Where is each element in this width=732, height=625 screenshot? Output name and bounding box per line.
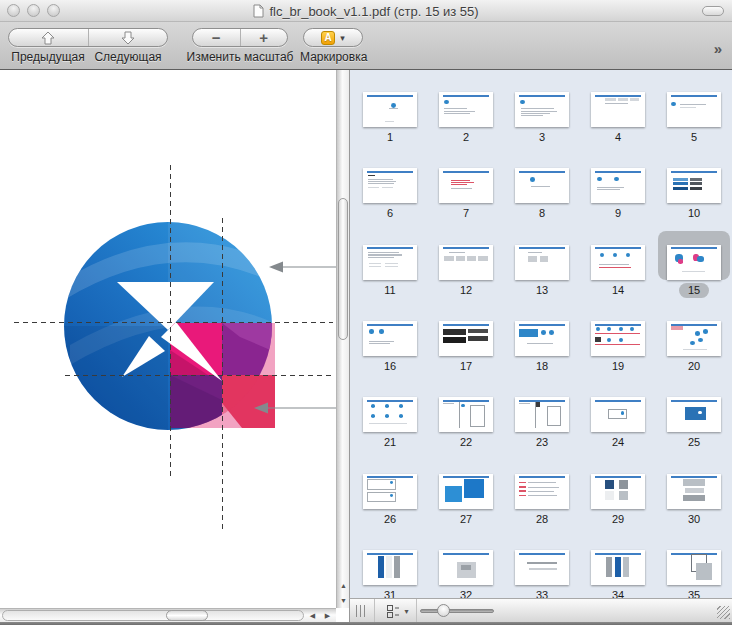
thumbnail-cell-page-19[interactable]: 19 bbox=[580, 307, 656, 383]
scroll-left-button[interactable]: ◀ bbox=[305, 609, 320, 623]
page-thumbnail[interactable] bbox=[667, 168, 721, 203]
page-thumbnail[interactable] bbox=[439, 245, 493, 280]
page-thumbnail[interactable] bbox=[515, 474, 569, 509]
previous-page-button[interactable] bbox=[9, 29, 88, 46]
thumb-mark bbox=[547, 406, 561, 426]
page-thumbnail[interactable] bbox=[515, 397, 569, 432]
thumbnail-cell-page-23[interactable]: 23 bbox=[504, 383, 580, 459]
thumbnail-cell-page-31[interactable]: 31 bbox=[352, 536, 428, 598]
thumbnail-cell-page-8[interactable]: 8 bbox=[504, 154, 580, 230]
page-thumbnail[interactable] bbox=[667, 397, 721, 432]
thumbnail-cell-page-7[interactable]: 7 bbox=[428, 154, 504, 230]
pdf-page-view[interactable] bbox=[0, 70, 336, 608]
thumbnail-cell-page-2[interactable]: 2 bbox=[428, 78, 504, 154]
toolbar-overflow-chevron[interactable]: » bbox=[714, 40, 722, 57]
thumbnail-cell-page-25[interactable]: 25 bbox=[656, 383, 732, 459]
thumbnail-size-slider[interactable] bbox=[420, 599, 498, 622]
thumbnail-cell-page-4[interactable]: 4 bbox=[580, 78, 656, 154]
thumb-mark bbox=[470, 405, 485, 427]
thumbnail-cell-page-12[interactable]: 12 bbox=[428, 231, 504, 307]
page-thumbnail[interactable] bbox=[591, 245, 645, 280]
thumbnail-cell-page-10[interactable]: 10 bbox=[656, 154, 732, 230]
page-thumbnail[interactable] bbox=[363, 92, 417, 127]
thumbnail-cell-page-29[interactable]: 29 bbox=[580, 460, 656, 536]
page-thumbnail[interactable] bbox=[363, 474, 417, 509]
thumbnail-cell-page-5[interactable]: 5 bbox=[656, 78, 732, 154]
page-thumbnail[interactable] bbox=[667, 92, 721, 127]
page-thumbnail[interactable] bbox=[667, 245, 721, 280]
thumbnail-cell-page-27[interactable]: 27 bbox=[428, 460, 504, 536]
vertical-scrollbar-thumb[interactable] bbox=[338, 198, 348, 340]
markup-button[interactable]: A ▾ bbox=[304, 29, 362, 46]
page-thumbnail[interactable] bbox=[363, 397, 417, 432]
page-thumbnail[interactable] bbox=[515, 168, 569, 203]
slider-knob[interactable] bbox=[437, 604, 450, 617]
page-thumbnail[interactable] bbox=[667, 321, 721, 356]
page-number: 2 bbox=[428, 131, 504, 143]
page-thumbnail[interactable] bbox=[363, 245, 417, 280]
thumbnail-cell-page-33[interactable]: 33 bbox=[504, 536, 580, 598]
thumbnail-cell-page-21[interactable]: 21 bbox=[352, 383, 428, 459]
thumbnail-cell-page-30[interactable]: 30 bbox=[656, 460, 732, 536]
page-thumbnail[interactable] bbox=[515, 245, 569, 280]
thumbnail-cell-page-3[interactable]: 3 bbox=[504, 78, 580, 154]
page-thumbnail[interactable] bbox=[591, 321, 645, 356]
thumbnail-cell-page-34[interactable]: 34 bbox=[580, 536, 656, 598]
thumbnail-cell-page-35[interactable]: 35 bbox=[656, 536, 732, 598]
view-mode-button[interactable]: ▾ bbox=[380, 602, 416, 620]
vertical-scrollbar[interactable]: ▲ ▼ bbox=[336, 70, 349, 608]
page-thumbnail[interactable] bbox=[439, 321, 493, 356]
page-thumbnail[interactable] bbox=[591, 474, 645, 509]
thumbnail-cell-page-1[interactable]: 1 bbox=[352, 78, 428, 154]
thumbnail-cell-page-17[interactable]: 17 bbox=[428, 307, 504, 383]
thumb-mark bbox=[389, 108, 398, 109]
page-thumbnail[interactable] bbox=[591, 397, 645, 432]
zoom-out-button[interactable]: − bbox=[193, 29, 240, 46]
page-thumbnail[interactable] bbox=[515, 92, 569, 127]
page-thumbnail[interactable] bbox=[667, 550, 721, 585]
toolbar-toggle-button[interactable] bbox=[702, 6, 724, 16]
page-thumbnail[interactable] bbox=[591, 92, 645, 127]
page-thumbnail[interactable] bbox=[439, 168, 493, 203]
page-thumbnail[interactable] bbox=[667, 474, 721, 509]
horizontal-scrollbar[interactable]: ◀ ▶ bbox=[0, 608, 336, 622]
thumbnail-cell-page-22[interactable]: 22 bbox=[428, 383, 504, 459]
thumbnail-cell-page-32[interactable]: 32 bbox=[428, 536, 504, 598]
thumbnail-cell-page-18[interactable]: 18 bbox=[504, 307, 580, 383]
page-thumbnail[interactable] bbox=[515, 550, 569, 585]
scroll-right-button[interactable]: ▶ bbox=[320, 609, 335, 623]
page-thumbnail[interactable] bbox=[439, 550, 493, 585]
thumbnail-cell-page-28[interactable]: 28 bbox=[504, 460, 580, 536]
thumbnail-cell-page-14[interactable]: 14 bbox=[580, 231, 656, 307]
page-thumbnail[interactable] bbox=[591, 168, 645, 203]
page-thumbnail[interactable] bbox=[439, 92, 493, 127]
resize-grip[interactable] bbox=[717, 606, 730, 619]
thumbnail-cell-page-24[interactable]: 24 bbox=[580, 383, 656, 459]
thumbnail-cell-page-15[interactable]: 15 bbox=[656, 231, 732, 307]
horizontal-scrollbar-thumb[interactable] bbox=[166, 610, 208, 621]
thumbnail-cell-page-20[interactable]: 20 bbox=[656, 307, 732, 383]
page-thumbnail[interactable] bbox=[363, 321, 417, 356]
page-thumbnail[interactable] bbox=[591, 550, 645, 585]
zoom-in-button[interactable]: + bbox=[240, 29, 288, 46]
thumbnail-cell-page-26[interactable]: 26 bbox=[352, 460, 428, 536]
horizontal-scrollbar-track[interactable] bbox=[2, 610, 304, 621]
page-thumbnail[interactable] bbox=[363, 168, 417, 203]
page-thumbnail[interactable] bbox=[439, 397, 493, 432]
thumb-mark bbox=[690, 182, 702, 185]
thumb-mark bbox=[630, 98, 639, 101]
slider-track[interactable] bbox=[420, 609, 494, 613]
page-thumbnail[interactable] bbox=[439, 474, 493, 509]
thumb-mark bbox=[367, 553, 413, 555]
page-thumbnail[interactable] bbox=[515, 321, 569, 356]
thumbnail-cell-page-11[interactable]: 11 bbox=[352, 231, 428, 307]
thumb-mark bbox=[367, 247, 413, 249]
thumb-mark bbox=[608, 409, 627, 419]
page-thumbnail[interactable] bbox=[363, 550, 417, 585]
thumbnail-cell-page-9[interactable]: 9 bbox=[580, 154, 656, 230]
drag-grip[interactable] bbox=[356, 605, 365, 617]
thumbnail-cell-page-6[interactable]: 6 bbox=[352, 154, 428, 230]
next-page-button[interactable] bbox=[88, 29, 168, 46]
thumbnail-cell-page-13[interactable]: 13 bbox=[504, 231, 580, 307]
thumbnail-cell-page-16[interactable]: 16 bbox=[352, 307, 428, 383]
